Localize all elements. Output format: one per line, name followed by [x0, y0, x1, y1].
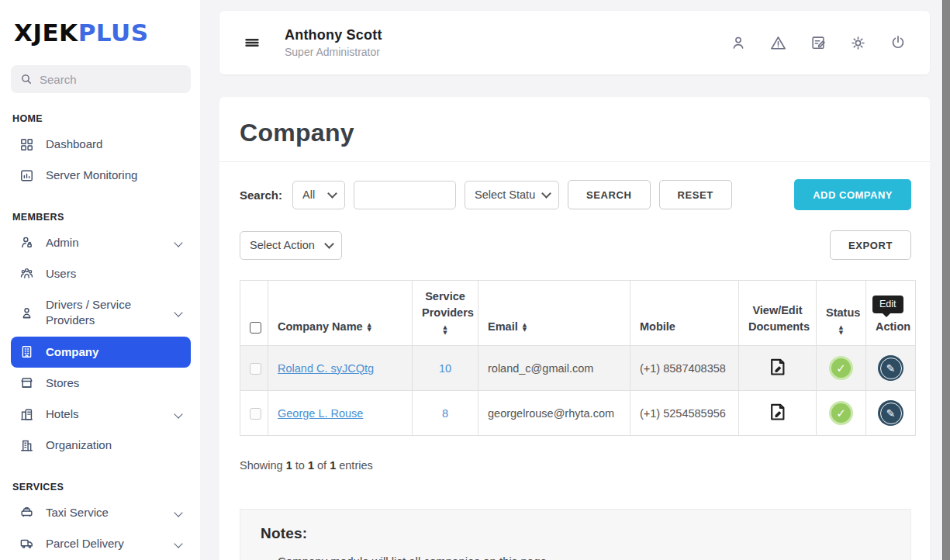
note-item: Company module will list all companies o…	[278, 555, 890, 560]
chevron-down-icon	[174, 238, 182, 247]
col-label: Service Providers	[422, 290, 474, 319]
search-field-select[interactable]: All	[292, 181, 345, 209]
status-active-icon[interactable]: ✓	[829, 356, 853, 380]
bulk-action-select-wrap: Select Action	[240, 231, 342, 260]
logo-text-dark: XJEK	[14, 19, 78, 47]
top-header-bar: Anthony Scott Super Administrator	[219, 11, 930, 74]
select-all-checkbox[interactable]	[250, 322, 261, 334]
bulk-action-select[interactable]: Select Action	[240, 231, 342, 260]
search-input[interactable]	[40, 73, 181, 86]
sidebar-item-parcel-delivery[interactable]: Parcel Delivery	[11, 528, 191, 559]
sidebar-item-stores[interactable]: Stores	[11, 368, 191, 399]
sidebar-item-server-monitoring[interactable]: Server Monitoring	[11, 160, 191, 191]
col-view-edit-documents: View/Edit Documents	[739, 281, 817, 346]
user-block: Anthony Scott Super Administrator	[285, 27, 382, 58]
app-logo: XJEKPLUS	[14, 19, 191, 47]
export-button[interactable]: EXPORT	[830, 230, 911, 260]
providers-count-link[interactable]: 10	[439, 362, 451, 375]
sidebar-item-label: Admin	[46, 235, 79, 251]
sidebar-item-organization[interactable]: Organization	[11, 430, 191, 461]
entries-summary: Showing 1 to 1 of 1 entries	[240, 459, 911, 472]
email-cell: roland_c@gmail.com	[478, 346, 630, 391]
users-icon	[19, 266, 34, 282]
add-company-button[interactable]: ADD COMPANY	[794, 179, 911, 210]
hamburger-menu-icon[interactable]	[243, 33, 261, 52]
edit-tooltip: Edit	[872, 296, 903, 313]
company-table: Company Name▲▼ Service Providers▲▼ Email…	[240, 280, 916, 436]
sidebar-item-label: Taxi Service	[46, 505, 109, 520]
sidebar-item-dashboard[interactable]: Dashboard	[11, 129, 191, 160]
row-checkbox[interactable]	[250, 408, 261, 420]
search-button[interactable]: SEARCH	[568, 180, 651, 209]
sidebar-item-users[interactable]: Users	[11, 258, 191, 289]
edit-button[interactable]: ✎	[878, 400, 903, 426]
status-select[interactable]: Select Status	[465, 181, 559, 209]
col-label: View/Edit Documents	[748, 304, 810, 333]
col-status[interactable]: Status▲▼	[817, 281, 866, 346]
sidebar-item-label: Server Monitoring	[46, 168, 137, 183]
mobile-cell: (+1) 8587408358	[630, 346, 739, 391]
sort-icon: ▲▼	[523, 323, 527, 333]
user-name: Anthony Scott	[285, 27, 382, 43]
col-service-providers[interactable]: Service Providers▲▼	[413, 281, 478, 346]
page-scrollbar[interactable]	[942, 0, 950, 560]
report-icon[interactable]	[810, 34, 827, 51]
chevron-down-icon	[174, 410, 182, 418]
status-active-icon[interactable]: ✓	[829, 401, 853, 425]
sort-icon: ▲▼	[443, 325, 447, 335]
col-label: Email	[488, 320, 518, 333]
view-edit-documents-icon[interactable]	[767, 357, 788, 378]
row-checkbox[interactable]	[250, 363, 261, 375]
col-label: Status	[826, 306, 860, 319]
settings-icon[interactable]	[849, 34, 867, 52]
section-members: MEMBERS	[12, 212, 191, 223]
search-term-input[interactable]	[354, 181, 456, 209]
view-edit-documents-icon[interactable]	[767, 402, 788, 423]
parcel-icon	[19, 536, 34, 551]
logout-icon[interactable]	[890, 34, 907, 51]
sidebar-item-label: Dashboard	[46, 137, 102, 152]
profile-icon[interactable]	[730, 34, 747, 51]
edit-button[interactable]: ✎	[878, 355, 903, 381]
sidebar-search	[11, 65, 191, 93]
status-select-wrap: Select Status	[465, 181, 559, 209]
admin-icon	[19, 235, 34, 251]
table-row: Roland C. syJCQtg 10 roland_c@gmail.com …	[240, 346, 916, 391]
providers-count-link[interactable]: 8	[442, 407, 448, 420]
section-services: SERVICES	[12, 482, 191, 493]
sidebar: XJEKPLUS HOME Dashboard Server Monitorin…	[0, 0, 200, 560]
title-divider	[219, 161, 930, 162]
sidebar-item-hotels[interactable]: Hotels	[11, 399, 191, 430]
company-name-link[interactable]: George L. Rouse	[278, 407, 363, 420]
search-field-select-wrap: All	[292, 181, 345, 209]
col-label: Company Name	[278, 320, 363, 333]
col-email[interactable]: Email▲▼	[478, 281, 630, 346]
summary-text: to	[295, 459, 305, 472]
organization-icon	[19, 437, 34, 453]
reset-button[interactable]: RESET	[659, 180, 732, 209]
store-icon	[19, 375, 34, 391]
section-home: HOME	[12, 113, 191, 124]
mobile-cell: (+1) 5254585956	[630, 391, 739, 436]
col-company-name[interactable]: Company Name▲▼	[268, 281, 413, 346]
logo-text-blue: PLUS	[78, 19, 149, 47]
alert-icon[interactable]	[769, 34, 787, 52]
summary-to: 1	[308, 459, 314, 472]
monitor-icon	[19, 168, 34, 183]
email-cell: georgelrouse@rhyta.com	[478, 391, 630, 436]
sort-icon: ▲▼	[839, 325, 843, 335]
page-title: Company	[240, 119, 911, 147]
chevron-down-icon	[174, 539, 182, 548]
sidebar-item-admin[interactable]: Admin	[11, 227, 191, 258]
sidebar-item-company[interactable]: Company	[11, 337, 191, 368]
sidebar-item-taxi-service[interactable]: Taxi Service	[11, 497, 191, 528]
summary-text: entries	[339, 459, 373, 472]
notes-list: Company module will list all companies o…	[278, 555, 890, 560]
chevron-down-icon	[174, 508, 182, 517]
sidebar-item-drivers-service-providers[interactable]: Drivers / Service Providers	[11, 289, 191, 337]
sidebar-item-label: Stores	[46, 375, 79, 391]
header-icons	[730, 34, 907, 52]
table-row: George L. Rouse 8 georgelrouse@rhyta.com…	[240, 391, 916, 436]
col-label: Mobile	[640, 320, 675, 333]
company-name-link[interactable]: Roland C. syJCQtg	[278, 362, 374, 375]
